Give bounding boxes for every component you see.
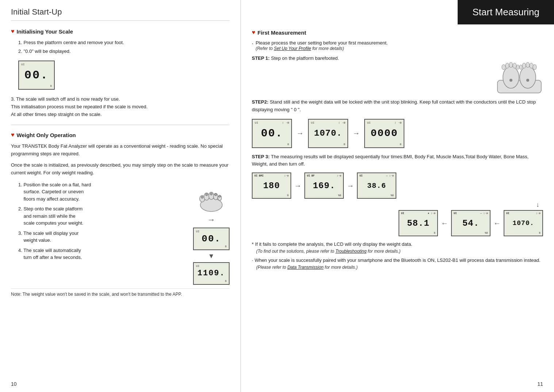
svg-point-8 — [210, 193, 212, 195]
lcd2-top-right-3: ↕ ·⚙ — [395, 121, 401, 124]
note2-italic: (Please refer to Data Transmission for m… — [256, 265, 358, 270]
step3-lcd-b2: UI — ↕·⚙ 54. %8 — [451, 210, 490, 236]
note1-star: * — [252, 241, 254, 247]
wo-step-1: 1. Position the scale on a flat, hard su… — [18, 181, 186, 203]
weight-lcd-1: UI 00. 8 — [193, 228, 230, 250]
note2-italic-area: (Please refer to Data Transmission for m… — [252, 264, 543, 270]
heart-icon-2: ♥ — [11, 132, 15, 138]
arrow-step2-2: → — [353, 129, 360, 137]
lcd2-text-3: 0000 — [370, 128, 398, 139]
lcd2-text-1: 00. — [261, 127, 283, 140]
svg-point-16 — [509, 62, 513, 67]
note2-area: · When your scale is successfully paired… — [252, 257, 543, 263]
section-divider-1 — [11, 125, 230, 125]
step3-arrow-t2: → — [347, 182, 354, 190]
lcd2-bottom-2: 8 — [343, 143, 345, 146]
page-num-left: 10 — [11, 381, 17, 387]
lcd2-icons-3: UI — [367, 121, 371, 124]
svg-point-22 — [530, 63, 533, 68]
step3-t3-bottom: %8 — [391, 194, 394, 197]
first-measure-bullet1: · Please process the user setting before… — [252, 40, 543, 51]
svg-point-18 — [516, 65, 519, 69]
step3-b1-text: 1070. — [512, 220, 534, 227]
step1-text: STEP 1: Step on the platform barefooted. — [252, 55, 488, 62]
weight-note: Note: The weight value won't be saved in… — [11, 288, 230, 297]
step2-label: STEP2: — [252, 99, 269, 105]
step3-lcd-t3: UI ↔ ↕·⚙ 38.6 %8 — [357, 172, 396, 199]
svg-point-9 — [215, 194, 217, 196]
step3-b2-label: UI — [454, 212, 457, 215]
lcd2-text-2: 1070. — [314, 128, 342, 138]
lcd2-icons-1: UI — [255, 121, 258, 124]
step2-lcd-3: UI ↕ ·⚙ 0000 8 — [364, 119, 404, 148]
page-num-right: 11 — [537, 381, 543, 387]
lcd-top-icons-init: UI — [21, 63, 25, 66]
troubleshooting-link: Troubleshooting — [335, 249, 366, 254]
svg-point-10 — [219, 195, 221, 197]
data-transmission-link: Data Transmission — [287, 265, 323, 270]
step3-b3-bottom: 8 — [434, 232, 435, 234]
arrow-step2-1: → — [296, 129, 304, 137]
step3-t3-text: 38.6 — [367, 182, 386, 190]
lcd-bottom-w2: 8 — [225, 279, 227, 283]
step3-b1-right: ↕·⚙ — [536, 212, 540, 215]
step3-b2-text: 54. — [462, 218, 479, 228]
lcd2-bottom-1: 8 — [287, 143, 289, 146]
step3-b3-right: ♦ ↕·⚙ — [428, 212, 435, 215]
left-header: Initial Start-Up — [11, 7, 230, 21]
bottom-notes: * If it fails to complete the analysis, … — [252, 241, 543, 270]
right-header: Start Measuring — [458, 0, 554, 24]
lcd-text-w1: 00. — [202, 233, 221, 244]
profile-link: Set Up Your Profile — [274, 46, 311, 51]
svg-point-20 — [522, 63, 526, 68]
svg-point-6 — [201, 196, 203, 198]
lcd-bottom-init: 8 — [50, 84, 52, 88]
section2-title: ♥ Weight Only Operation — [11, 132, 230, 138]
step1-label: STEP 1: — [252, 55, 270, 61]
lcd2-icons-2: UI — [311, 121, 315, 124]
right-panel: Start Measuring ♥ First Measurement · Pl… — [241, 0, 554, 392]
step2-text: STEP2: Stand still and the weight data w… — [252, 98, 543, 114]
step3-label: STEP 3: — [252, 154, 270, 159]
svg-point-25 — [526, 79, 529, 82]
note1-italic-area: (To find out the solutions, please refer… — [252, 248, 543, 254]
left-panel: Initial Start-Up ♥ Initialising Your Sca… — [0, 0, 241, 392]
step2-lcd-sequence: UI ↕ ·⚙ 00. 8 → UI ↕ ·⚙ 1070. 8 → UI ↕ ·… — [252, 119, 543, 148]
step3-t3-label: UI — [359, 174, 362, 177]
init-lcd-display: UI 00. 8 — [18, 61, 55, 90]
step3-lcd-b1: UI ↕·⚙ 1070. 8 — [504, 210, 543, 236]
note2-dot: · — [252, 257, 253, 263]
init-steps-list: 1. Press the platform centre and remove … — [11, 39, 230, 55]
weight-only-para2: Once the scale is initialized, as previo… — [11, 162, 230, 177]
svg-point-17 — [513, 63, 516, 68]
lcd-bottom-w1: 8 — [225, 245, 227, 248]
lcd2-top-right-1: ↕ ·⚙ — [282, 121, 289, 124]
step3-t1-text: 180 — [263, 181, 280, 191]
wo-step-2: 2. Step onto the scale platform and rema… — [18, 205, 186, 227]
weight-lcd-2: UI 1109. 8 — [193, 262, 230, 285]
foot-svg-step1 — [496, 55, 543, 95]
note1-italic: (To find out the solutions, please refer… — [256, 249, 401, 254]
lcd-icons-w1: UI — [196, 230, 200, 233]
lcd-text-w2: 1109. — [197, 269, 225, 278]
bullet1-italic: (Refer to Set Up Your Profile for more d… — [255, 46, 344, 51]
svg-point-14 — [502, 65, 505, 70]
lcd2-bottom-3: 8 — [400, 143, 401, 146]
section1-title: ♥ Initialising Your Scale — [11, 28, 230, 35]
step1-area: STEP 1: Step on the platform barefooted. — [252, 55, 543, 95]
step1-text-area: STEP 1: Step on the platform barefooted. — [252, 55, 488, 65]
init-step-1: 1. Press the platform centre and remove … — [18, 39, 230, 46]
bullet1-text: Please process the user setting before y… — [255, 40, 388, 46]
bullet1-content: Please process the user setting before y… — [255, 40, 388, 51]
wo-step-4: 4. The scale will automatically turn off… — [18, 247, 186, 261]
weight-only-list-area: 1. Position the scale on a flat, hard su… — [11, 181, 186, 264]
arrow-right-weight: → — [207, 215, 215, 225]
bullet-dot-1: · — [252, 40, 253, 48]
step3-t2-label: UI BF — [307, 174, 315, 177]
arrow-down-weight: ▼ — [208, 252, 215, 260]
svg-point-24 — [509, 79, 512, 82]
note1-text: If it fails to complete the analysis, th… — [255, 241, 412, 247]
svg-point-21 — [526, 62, 530, 67]
note1-area: * If it fails to complete the analysis, … — [252, 241, 543, 247]
step3-down-arrow: ↓ — [252, 201, 543, 209]
